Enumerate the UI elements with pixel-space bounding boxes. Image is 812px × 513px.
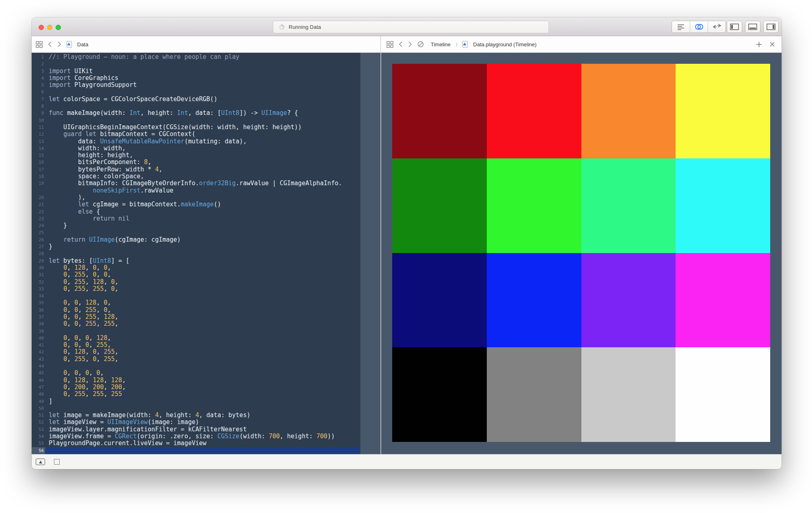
code-row[interactable]: 53imageView.layer.magnificationFilter = …: [32, 426, 380, 433]
line-number[interactable]: 3: [32, 68, 45, 75]
line-number[interactable]: 45: [32, 370, 45, 377]
line-number[interactable]: 13: [32, 138, 45, 145]
line-number[interactable]: 36: [32, 307, 45, 314]
code-row[interactable]: 1//: Playground – noun: a place where pe…: [32, 54, 380, 61]
code-row[interactable]: 30 0, 128, 0, 0,: [32, 264, 380, 271]
line-number[interactable]: 48: [32, 391, 45, 398]
line-number[interactable]: 35: [32, 299, 45, 306]
code-row[interactable]: 3import UIKit: [32, 68, 380, 75]
line-number[interactable]: 46: [32, 377, 45, 384]
code-row[interactable]: 41 0, 0, 0, 255,: [32, 342, 380, 348]
forward-button[interactable]: [57, 41, 61, 48]
code-row[interactable]: 34: [32, 292, 380, 299]
code-row[interactable]: 39: [32, 328, 380, 335]
code-row[interactable]: 35 0, 0, 128, 0,: [32, 299, 380, 306]
standard-editor-button[interactable]: [672, 21, 690, 32]
line-number[interactable]: 55: [32, 440, 45, 447]
code-row[interactable]: 51let image = makeImage(width: 4, height…: [32, 412, 380, 419]
code-row[interactable]: 6: [32, 89, 380, 95]
related-items-button[interactable]: [36, 41, 43, 48]
line-number[interactable]: 6: [32, 89, 45, 95]
code-row[interactable]: 33 0, 255, 255, 0,: [32, 286, 380, 292]
code-row[interactable]: 11 UIGraphicsBeginImageContext(CGSize(wi…: [32, 124, 380, 131]
line-number[interactable]: 47: [32, 384, 45, 391]
line-number[interactable]: 53: [32, 426, 45, 433]
line-number[interactable]: 34: [32, 292, 45, 299]
code-row[interactable]: 46 0, 128, 128, 128,: [32, 377, 380, 384]
toggle-navigator-button[interactable]: [727, 21, 742, 33]
toggle-inspector-button[interactable]: [763, 21, 779, 33]
code-row[interactable]: 40 0, 0, 0, 128,: [32, 335, 380, 342]
code-row[interactable]: 31 0, 255, 0, 0,: [32, 271, 380, 278]
breadcrumb-timeline[interactable]: Timeline: [431, 41, 451, 48]
line-number[interactable]: 19: [32, 180, 45, 187]
line-number[interactable]: 29: [32, 258, 45, 264]
line-number[interactable]: 26: [32, 236, 45, 243]
line-number[interactable]: 37: [32, 314, 45, 320]
line-number[interactable]: 32: [32, 279, 45, 286]
code-row[interactable]: 52let imageView = UIImageView(image: ima…: [32, 419, 380, 426]
line-number[interactable]: 28: [32, 250, 45, 257]
line-number[interactable]: 44: [32, 363, 45, 370]
code-row[interactable]: 45 0, 0, 0, 0,: [32, 370, 380, 377]
code-row[interactable]: 21 let cgImage = bitmapContext.makeImage…: [32, 201, 380, 208]
close-assistant-editor-button[interactable]: [769, 41, 775, 47]
line-number[interactable]: 15: [32, 152, 45, 159]
line-number[interactable]: 17: [32, 166, 45, 173]
line-number[interactable]: 42: [32, 348, 45, 355]
line-number[interactable]: 24: [32, 222, 45, 229]
line-number[interactable]: 40: [32, 335, 45, 342]
line-number[interactable]: 11: [32, 124, 45, 131]
code-row[interactable]: 5import PlaygroundSupport: [32, 82, 380, 89]
code-row[interactable]: 43 0, 255, 0, 255,: [32, 356, 380, 363]
code-row[interactable]: 7let colorSpace = CGColorSpaceCreateDevi…: [32, 96, 380, 103]
code-row[interactable]: 10: [32, 117, 380, 124]
line-number[interactable]: 4: [32, 75, 45, 82]
code-row[interactable]: 9func makeImage(width: Int, height: Int,…: [32, 110, 380, 117]
code-row[interactable]: 27}: [32, 243, 380, 250]
right-file-label[interactable]: Data.playground (Timeline): [473, 41, 536, 48]
line-number[interactable]: 38: [32, 320, 45, 327]
line-number[interactable]: 21: [32, 201, 45, 208]
line-number[interactable]: 31: [32, 271, 45, 278]
forward-button-right[interactable]: [408, 41, 412, 48]
line-number[interactable]: 1: [32, 54, 45, 61]
code-row[interactable]: 4import CoreGraphics: [32, 75, 380, 82]
stop-playground-button[interactable]: [54, 459, 60, 465]
code-row[interactable]: 44: [32, 363, 380, 370]
code-row[interactable]: 55PlaygroundPage.current.liveView = imag…: [32, 440, 380, 447]
code-row[interactable]: 16 bitsPerComponent: 8,: [32, 159, 380, 166]
line-number[interactable]: 49: [32, 398, 45, 405]
code-row[interactable]: 29let bytes: [UInt8] = [: [32, 258, 380, 264]
line-number[interactable]: 27: [32, 243, 45, 250]
code-row[interactable]: 22 else {: [32, 208, 380, 215]
toggle-debug-area-button[interactable]: [36, 459, 45, 465]
code-row[interactable]: 49]: [32, 398, 380, 405]
line-number[interactable]: 8: [32, 103, 45, 110]
code-row[interactable]: 47 0, 200, 200, 200,: [32, 384, 380, 391]
code-row[interactable]: 18 space: colorSpace,: [32, 173, 380, 180]
code-row[interactable]: 38 0, 0, 255, 255,: [32, 320, 380, 327]
line-number[interactable]: 52: [32, 419, 45, 426]
code-row[interactable]: 20 ),: [32, 194, 380, 201]
add-assistant-editor-button[interactable]: [756, 41, 762, 48]
code-row[interactable]: 54imageView.frame = CGRect(origin: .zero…: [32, 433, 380, 440]
line-number[interactable]: 7: [32, 96, 45, 103]
line-number[interactable]: 25: [32, 229, 45, 236]
line-number[interactable]: 41: [32, 342, 45, 348]
line-number[interactable]: 16: [32, 159, 45, 166]
line-number[interactable]: 33: [32, 286, 45, 292]
close-window-button[interactable]: [39, 25, 44, 30]
zoom-window-button[interactable]: [56, 25, 61, 30]
code-row[interactable]: 24 }: [32, 222, 380, 229]
code-row[interactable]: 37 0, 0, 255, 128,: [32, 314, 380, 320]
related-items-button-right[interactable]: [387, 41, 393, 48]
line-number[interactable]: 22: [32, 208, 45, 215]
line-number[interactable]: 9: [32, 110, 45, 117]
code-row[interactable]: 15 height: height,: [32, 152, 380, 159]
version-editor-button[interactable]: [708, 21, 726, 32]
code-row[interactable]: 19 bitmapInfo: CGImageByteOrderInfo.orde…: [32, 180, 380, 187]
line-number[interactable]: 23: [32, 215, 45, 222]
code-row[interactable]: 14 width: width,: [32, 145, 380, 152]
minimize-window-button[interactable]: [47, 25, 52, 30]
